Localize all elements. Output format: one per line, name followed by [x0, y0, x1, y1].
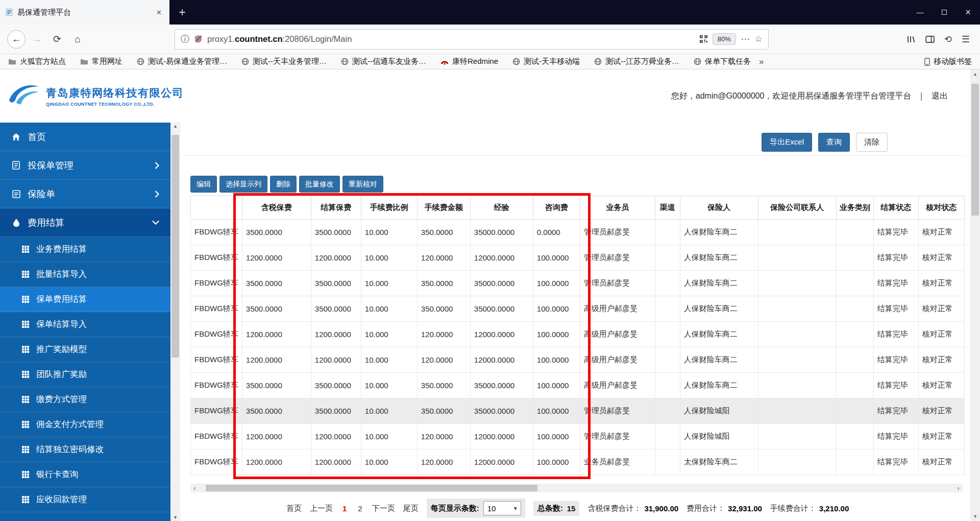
page-prev-link[interactable]: 上一页: [310, 504, 333, 513]
bookmark-item[interactable]: 测试--天丰业务管理…: [241, 57, 327, 66]
shield-icon[interactable]: [194, 35, 202, 43]
column-header[interactable]: 手续费金额: [417, 196, 470, 220]
scroll-down-icon[interactable]: ▼: [170, 515, 180, 520]
window-minimize-button[interactable]: —: [908, 0, 932, 25]
page-number-2[interactable]: 2: [356, 504, 363, 513]
sidebar-toggle-icon[interactable]: [925, 35, 935, 43]
horizontal-scrollbar[interactable]: ‹ ›: [190, 484, 963, 492]
scroll-up-icon[interactable]: ▲: [170, 124, 180, 129]
sidebar-item-receivable-mgmt[interactable]: 应收回款管理: [0, 487, 170, 512]
bookmark-item[interactable]: 测试--信通车友业务…: [341, 57, 426, 66]
sidebar-scrollbar[interactable]: ▲ ▼: [170, 123, 180, 521]
table-row[interactable]: FBDWG轿车3500.00003500.000010.000350.00003…: [191, 373, 965, 398]
qr-code-icon[interactable]: [700, 35, 707, 43]
page-last-link[interactable]: 尾页: [403, 504, 419, 513]
forward-button[interactable]: →: [27, 30, 47, 49]
scroll-down-icon[interactable]: ▼: [970, 514, 980, 519]
scroll-right-icon[interactable]: ›: [954, 484, 963, 492]
table-row[interactable]: FBDWG轿车1200.00001200.000010.000120.00001…: [191, 424, 965, 449]
browser-tab[interactable]: 易保通管理平台 ✕: [0, 0, 169, 25]
table-row[interactable]: FBDWG轿车1200.00001200.000010.000120.00001…: [191, 322, 965, 347]
per-page-select[interactable]: 10 ▾: [483, 501, 521, 515]
company-logo[interactable]: 青岛康特网络科技有限公司 QINGDAO COUNTNET TECHNOLOGY…: [7, 83, 184, 109]
sidebar-item-bank-card-query[interactable]: 银行卡查询: [0, 462, 170, 487]
bookmark-star-icon[interactable]: ☆: [755, 34, 763, 44]
column-header[interactable]: [191, 196, 242, 220]
batch-modify-button[interactable]: 批量修改: [299, 176, 340, 193]
sidebar-item-settle-password-change[interactable]: 结算独立密码修改: [0, 437, 170, 462]
window-close-button[interactable]: ✕: [956, 0, 980, 25]
new-tab-button[interactable]: +: [169, 0, 195, 25]
column-header[interactable]: 结算状态: [873, 196, 918, 220]
sidebar-item-promo-reward-model[interactable]: 推广奖励模型: [0, 337, 170, 362]
back-button[interactable]: ←: [7, 30, 26, 49]
column-header[interactable]: 咨询费: [533, 196, 580, 220]
table-row[interactable]: FBDWG轿车3500.00003500.000010.000350.00003…: [191, 271, 965, 296]
reload-button[interactable]: ⟳: [47, 30, 67, 49]
home-button[interactable]: ⌂: [67, 30, 88, 49]
sidebar-item-policy-fee-settle[interactable]: 保单费用结算: [0, 287, 170, 312]
page-actions-icon[interactable]: ⋯: [741, 34, 750, 44]
horizontal-scroll-thumb[interactable]: [206, 485, 537, 491]
table-row[interactable]: FBDWG轿车3500.00003500.000010.000350.00003…: [191, 220, 965, 245]
hamburger-menu-icon[interactable]: ☰: [962, 34, 970, 45]
sidebar-scroll-thumb[interactable]: [172, 135, 179, 358]
bookmark-item[interactable]: 测试-易保通业务管理…: [137, 57, 227, 66]
bookmark-item[interactable]: 测试--江苏万舜业务…: [594, 57, 679, 66]
clear-button[interactable]: 清除: [856, 133, 888, 152]
bookmark-item[interactable]: 火狐官方站点: [8, 57, 66, 66]
edit-button[interactable]: 编辑: [190, 176, 217, 193]
scroll-left-icon[interactable]: ‹: [190, 484, 199, 492]
recheck-button[interactable]: 重新核对: [342, 176, 383, 193]
sidebar-item-commission-pay-mgmt[interactable]: 佣金支付方式管理: [0, 412, 170, 437]
bookmark-item[interactable]: 保单下载任务: [694, 57, 751, 66]
column-header[interactable]: 保险人: [680, 196, 758, 220]
zoom-level-badge[interactable]: 80%: [713, 33, 736, 45]
scroll-up-icon[interactable]: ▲: [970, 72, 980, 77]
window-maximize-button[interactable]: [932, 0, 956, 25]
page-first-link[interactable]: 首页: [286, 504, 302, 513]
sidebar-item-payment-method-mgmt[interactable]: 缴费方式管理: [0, 387, 170, 412]
table-row[interactable]: FBDWG轿车1200.00001200.000010.000120.00001…: [191, 245, 965, 271]
column-header[interactable]: 业务员: [580, 196, 655, 220]
column-header[interactable]: 经验: [470, 196, 533, 220]
undo-restore-icon[interactable]: ⟲: [944, 34, 952, 45]
column-header[interactable]: 核对状态: [918, 196, 964, 220]
page-number-1[interactable]: 1: [341, 504, 348, 513]
sidebar-item-application-mgmt[interactable]: 投保单管理: [0, 151, 170, 180]
sidebar-item-home[interactable]: 首页: [0, 123, 170, 151]
sidebar-item-batch-settle-import[interactable]: 批量结算导入: [0, 262, 170, 287]
page-next-link[interactable]: 下一页: [372, 504, 395, 513]
table-row[interactable]: FBDWG轿车3500.00003500.000010.000350.00003…: [191, 398, 965, 424]
sidebar-item-policy-settle-import[interactable]: 保单结算导入: [0, 312, 170, 337]
sidebar-item-team-promo-reward[interactable]: 团队推广奖励: [0, 362, 170, 387]
table-row[interactable]: FBDWG轿车1200.00001200.000010.000120.00001…: [191, 347, 965, 373]
column-header[interactable]: 结算保费: [311, 196, 361, 220]
library-icon[interactable]: [906, 35, 916, 43]
table-row[interactable]: FBDWG轿车3500.00003500.000010.000350.00003…: [191, 296, 965, 322]
column-header[interactable]: 含税保费: [242, 196, 311, 220]
sidebar-item-fee-settlement[interactable]: 费用结算: [0, 208, 170, 237]
column-header[interactable]: 渠道: [655, 196, 680, 220]
export-excel-button[interactable]: 导出Excel: [762, 133, 812, 152]
column-header[interactable]: 业务类别: [836, 196, 873, 220]
sidebar-item-business-fee-settle[interactable]: 业务费用结算: [0, 237, 170, 262]
tab-close-icon[interactable]: ✕: [154, 8, 164, 17]
table-row[interactable]: FBDWG轿车1200.00001200.000010.000120.00001…: [191, 449, 965, 475]
bookmarks-overflow-chevron-icon[interactable]: »: [759, 57, 764, 67]
bookmark-item[interactable]: 常用网址: [80, 57, 122, 66]
logout-link[interactable]: 退出: [932, 91, 948, 102]
bookmark-mobile[interactable]: 移动版书签: [924, 57, 972, 66]
column-header[interactable]: 手续费比例: [361, 196, 417, 220]
sidebar-item-policy[interactable]: 保险单: [0, 180, 170, 208]
bookmark-item[interactable]: 测试-天丰移动端: [512, 57, 580, 66]
query-button[interactable]: 查询: [818, 133, 850, 152]
select-columns-button[interactable]: 选择显示列: [219, 176, 267, 193]
bookmark-item[interactable]: 康特Redmine: [440, 57, 498, 66]
site-info-icon[interactable]: ⓘ: [181, 33, 189, 45]
column-header[interactable]: 保险公司联系人: [758, 196, 836, 220]
page-scroll-thumb[interactable]: [971, 84, 979, 216]
page-scrollbar[interactable]: ▲ ▼: [970, 69, 980, 521]
delete-button[interactable]: 删除: [270, 176, 297, 193]
url-bar[interactable]: ⓘ proxy1.countnet.cn:20806/Login/Main 80…: [175, 29, 769, 50]
